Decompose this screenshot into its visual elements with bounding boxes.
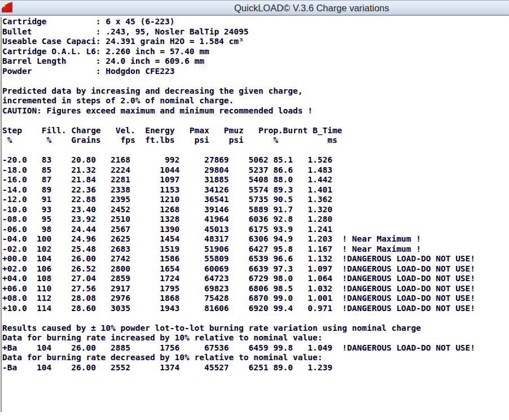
report-area[interactable]: Cartridge : 6 x 45 (6-223) Bullet : .243… — [0, 16, 509, 420]
title-bar[interactable]: QuickLOAD© V.3.6 Charge variations — [0, 0, 509, 16]
window-left-edge — [1, 17, 2, 412]
report-text: Cartridge : 6 x 45 (6-223) Bullet : .243… — [2, 16, 509, 373]
quickload-window: QuickLOAD© V.3.6 Charge variations Cartr… — [0, 0, 509, 420]
pressure-curve-icon — [2, 2, 12, 12]
quickload-app-icon[interactable] — [2, 2, 12, 12]
window-title: QuickLOAD© V.3.6 Charge variations — [234, 2, 389, 14]
